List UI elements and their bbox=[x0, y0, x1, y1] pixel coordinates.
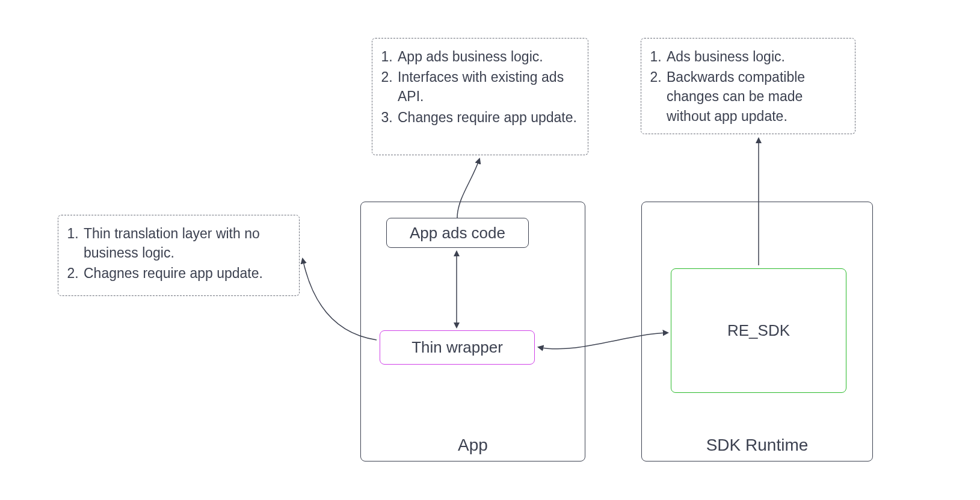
box-re-sdk-label: RE_SDK bbox=[727, 321, 790, 340]
box-app-ads-code: App ads code bbox=[386, 218, 529, 248]
box-thin-wrapper: Thin wrapper bbox=[380, 330, 535, 365]
box-re-sdk: RE_SDK bbox=[671, 268, 846, 393]
annotation-top-right: Ads business logic. Backwards compatible… bbox=[641, 38, 855, 134]
box-app-ads-code-label: App ads code bbox=[410, 224, 505, 242]
annotation-left-item: Thin translation layer with no business … bbox=[82, 224, 288, 262]
annotation-top-center-item: Interfaces with existing ads API. bbox=[396, 67, 577, 106]
box-thin-wrapper-label: Thin wrapper bbox=[411, 338, 503, 357]
annotation-left: Thin translation layer with no business … bbox=[58, 215, 300, 296]
annotation-left-list: Thin translation layer with no business … bbox=[82, 224, 288, 283]
annotation-top-right-item: Ads business logic. bbox=[665, 47, 844, 66]
diagram-stage: Thin translation layer with no business … bbox=[0, 0, 980, 500]
annotation-top-center-list: App ads business logic. Interfaces with … bbox=[396, 47, 577, 127]
container-sdk-runtime-label: SDK Runtime bbox=[642, 436, 872, 455]
annotation-top-right-item: Backwards compatible changes can be made… bbox=[665, 67, 844, 126]
container-app-label: App bbox=[361, 436, 585, 455]
annotation-top-center: App ads business logic. Interfaces with … bbox=[372, 38, 588, 155]
annotation-top-right-list: Ads business logic. Backwards compatible… bbox=[665, 47, 844, 126]
annotation-top-center-item: App ads business logic. bbox=[396, 47, 577, 66]
annotation-top-center-item: Changes require app update. bbox=[396, 108, 577, 127]
annotation-left-item: Chagnes require app update. bbox=[82, 264, 288, 283]
